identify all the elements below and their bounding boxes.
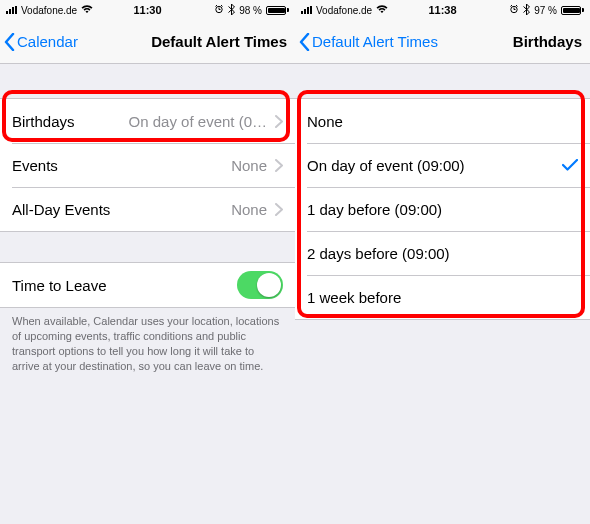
nav-title: Default Alert Times: [151, 33, 287, 50]
wifi-icon: [376, 4, 388, 16]
time-to-leave-footer: When available, Calendar uses your locat…: [0, 308, 295, 373]
row-value: None: [231, 157, 267, 174]
clock: 11:30: [133, 4, 161, 16]
option-row[interactable]: 1 week before: [295, 275, 590, 319]
row-allday[interactable]: All-Day Events None: [0, 187, 295, 231]
option-row[interactable]: 1 day before (09:00): [295, 187, 590, 231]
battery-pct: 98 %: [239, 5, 262, 16]
row-birthdays[interactable]: Birthdays On day of event (0…: [0, 99, 295, 143]
status-bar: Vodafone.de 11:38 97 %: [295, 0, 590, 20]
row-label: Time to Leave: [12, 277, 107, 294]
row-value: On day of event (0…: [129, 113, 267, 130]
row-value: None: [231, 201, 267, 218]
option-label: 2 days before (09:00): [307, 245, 450, 262]
option-label: None: [307, 113, 343, 130]
row-label: All-Day Events: [12, 201, 110, 218]
nav-bar: Default Alert Times Birthdays: [295, 20, 590, 64]
option-row[interactable]: None: [295, 99, 590, 143]
clock: 11:38: [428, 4, 456, 16]
checkmark-icon: [562, 159, 578, 171]
alert-times-group: Birthdays On day of event (0… Events Non…: [0, 98, 295, 232]
option-row[interactable]: 2 days before (09:00): [295, 231, 590, 275]
time-to-leave-group: Time to Leave: [0, 262, 295, 308]
row-time-to-leave: Time to Leave: [0, 263, 295, 307]
back-label: Calendar: [17, 33, 78, 50]
alarm-icon: [214, 4, 224, 16]
option-row[interactable]: On day of event (09:00): [295, 143, 590, 187]
signal-icon: [6, 6, 17, 14]
option-label: 1 week before: [307, 289, 401, 306]
chevron-right-icon: [275, 159, 283, 172]
screenshot-left: Vodafone.de 11:30 98 % Calendar Default …: [0, 0, 295, 524]
back-label: Default Alert Times: [312, 33, 438, 50]
row-events[interactable]: Events None: [0, 143, 295, 187]
row-label: Birthdays: [12, 113, 75, 130]
back-button[interactable]: Calendar: [0, 33, 78, 51]
nav-bar: Calendar Default Alert Times: [0, 20, 295, 64]
chevron-left-icon: [299, 33, 310, 51]
row-label: Events: [12, 157, 58, 174]
screenshot-right: Vodafone.de 11:38 97 % Default Alert Tim…: [295, 0, 590, 524]
battery-pct: 97 %: [534, 5, 557, 16]
carrier-label: Vodafone.de: [316, 5, 372, 16]
battery-icon: [561, 6, 584, 15]
time-to-leave-toggle[interactable]: [237, 271, 283, 299]
alarm-icon: [509, 4, 519, 16]
option-label: 1 day before (09:00): [307, 201, 442, 218]
chevron-right-icon: [275, 115, 283, 128]
chevron-left-icon: [4, 33, 15, 51]
carrier-label: Vodafone.de: [21, 5, 77, 16]
options-group: NoneOn day of event (09:00)1 day before …: [295, 98, 590, 320]
bluetooth-icon: [523, 4, 530, 17]
wifi-icon: [81, 4, 93, 16]
status-bar: Vodafone.de 11:30 98 %: [0, 0, 295, 20]
nav-title: Birthdays: [513, 33, 582, 50]
bluetooth-icon: [228, 4, 235, 17]
chevron-right-icon: [275, 203, 283, 216]
signal-icon: [301, 6, 312, 14]
back-button[interactable]: Default Alert Times: [295, 33, 438, 51]
option-label: On day of event (09:00): [307, 157, 465, 174]
battery-icon: [266, 6, 289, 15]
